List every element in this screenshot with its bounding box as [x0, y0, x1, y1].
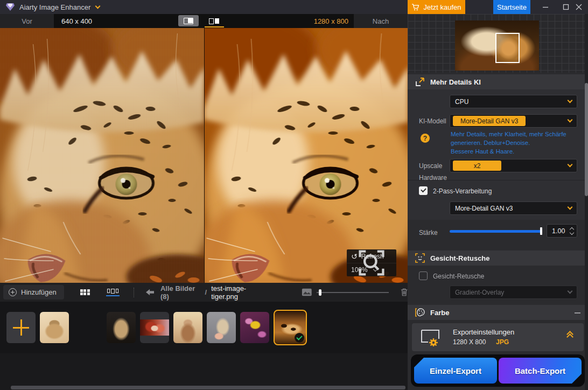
details-section-title: Mehr Details KI: [430, 78, 481, 86]
section-header-color: Farbe: [408, 305, 588, 320]
plus-circle-icon: [9, 288, 17, 296]
thumbnail-size-slider[interactable]: [317, 289, 389, 296]
filmstrip-view-button[interactable]: [107, 289, 118, 296]
single-export-button[interactable]: Einzel-Export: [414, 358, 497, 384]
side-by-side-view-button[interactable]: [204, 15, 225, 26]
model-label: KI-Modell: [419, 117, 446, 125]
color-section-title: Farbe: [430, 309, 449, 317]
grid-view-button[interactable]: [80, 289, 90, 296]
add-image-tile[interactable]: [6, 312, 36, 343]
selected-check-icon: [295, 333, 304, 343]
spinner-down-icon: [570, 230, 574, 234]
thumbnail-woman-redhead[interactable]: [140, 312, 169, 343]
strength-numbox[interactable]: 1.00: [547, 224, 577, 238]
minimize-button[interactable]: [536, 0, 555, 14]
before-image-panel[interactable]: [0, 28, 204, 283]
chevron-down-icon: [568, 205, 573, 210]
split-view-icon: [184, 18, 193, 24]
thumbnail-strip: [0, 302, 408, 353]
footer-toolbar: Hinzufügen Alle Bilder (8) / test-image-…: [0, 283, 408, 302]
upscale-dropdown[interactable]: x2: [450, 159, 577, 172]
two-pass-model-dropdown[interactable]: More-Detail GAN v3: [450, 201, 577, 215]
strength-slider-handle[interactable]: [540, 227, 542, 235]
title-bar: Aiarty Image Enhancer Jetzt kaufen Start…: [0, 0, 588, 14]
plus-icon: [13, 319, 29, 336]
thumbnail-handbag[interactable]: [40, 312, 69, 343]
cart-icon: [411, 4, 419, 11]
app-logo-icon: [5, 3, 15, 11]
after-image: [205, 28, 408, 283]
face-retouch-checkbox[interactable]: [419, 271, 428, 280]
thumbnail-woman-beach[interactable]: [173, 312, 202, 343]
help-icon[interactable]: ?: [421, 134, 430, 143]
horizontal-scrollbar[interactable]: [11, 386, 405, 389]
filmstrip-icon: [107, 289, 118, 294]
add-images-button[interactable]: Hinzufügen: [3, 285, 64, 300]
home-button[interactable]: Startseite: [493, 0, 530, 14]
collapse-up-icon[interactable]: [568, 332, 575, 342]
app-window: Aiarty Image Enhancer Jetzt kaufen Start…: [0, 0, 588, 390]
spinner-control[interactable]: [570, 228, 573, 234]
compare-viewer: ↺ Refresh 100%: [0, 28, 408, 283]
collapse-minus-icon[interactable]: [575, 312, 580, 314]
breadcrumb-all-images[interactable]: Alle Bilder (8): [160, 284, 201, 301]
thumbnail-size-icon: [302, 288, 312, 297]
slider-track: [317, 292, 389, 293]
tab-before-label: Vor: [22, 17, 32, 25]
breadcrumb-filename: test-image-tiger.png: [211, 284, 266, 301]
navigator-thumbnail: [455, 20, 539, 71]
buy-now-label: Jetzt kaufen: [423, 3, 461, 11]
tab-after-label: Nach: [373, 17, 389, 25]
two-pass-label: 2-Pass-Verarbeitung: [433, 187, 492, 195]
upscale-label: Upscale: [419, 162, 442, 170]
model-description-line2: generieren. Deblur+Denoise.: [451, 138, 566, 147]
batch-export-label: Batch-Export: [515, 366, 565, 375]
buy-now-button[interactable]: Jetzt kaufen: [408, 0, 465, 14]
face-retouch-label: Gesicht-Retusche: [433, 273, 484, 280]
strength-slider[interactable]: [450, 227, 542, 235]
face-retouch-icon: [415, 253, 425, 263]
view-mode-toggle-group: [178, 15, 225, 27]
face-preset-dropdown: Gradient-Overlay: [450, 285, 577, 299]
strength-label: Stärke: [419, 229, 438, 236]
strength-slider-track: [450, 230, 542, 233]
model-description-line3: Bessere Haut & Haare.: [451, 147, 566, 156]
side-by-side-icon: [209, 18, 220, 24]
export-format: JPG: [496, 338, 509, 346]
export-settings-icon: [421, 329, 442, 346]
after-size-text: 1280 x 800: [314, 14, 348, 28]
model-dropdown[interactable]: More-Detail GAN v3: [450, 114, 577, 128]
export-settings-panel[interactable]: Exporteinstellungen 1280 X 800 JPG: [412, 323, 584, 351]
tab-before[interactable]: Vor: [0, 14, 54, 28]
back-arrow-icon[interactable]: [146, 289, 154, 296]
split-view-button[interactable]: [178, 15, 199, 26]
sidebar-scrollbar-track[interactable]: [585, 14, 588, 390]
thumbnail-woman-brunette[interactable]: [73, 312, 102, 343]
thumbnail-woman-flower[interactable]: [207, 312, 236, 343]
hardware-dropdown[interactable]: CPU: [450, 95, 577, 108]
chevron-down-icon: [568, 162, 573, 168]
tab-after[interactable]: Nach: [354, 14, 408, 28]
letterboxed-image: [140, 319, 169, 336]
thumbnail-yellow-bird[interactable]: [240, 312, 269, 343]
sidebar-scrollbar-thumb[interactable]: [585, 83, 588, 196]
before-size-text: 640 x 400: [61, 14, 92, 28]
face-section-title: Gesicht-Retusche: [430, 254, 490, 262]
delete-icon[interactable]: [401, 288, 408, 297]
app-menu-chevron-icon[interactable]: [95, 4, 101, 9]
add-images-label: Hinzufügen: [21, 288, 57, 296]
preview-header-bar: Vor 640 x 400 1280 x 800 Nach: [0, 14, 408, 28]
after-image-panel[interactable]: ↺ Refresh 100%: [205, 28, 408, 283]
export-buttons-bar: Einzel-Export Batch-Export: [411, 354, 585, 387]
slider-handle[interactable]: [319, 289, 321, 296]
chevron-down-icon: [568, 117, 573, 123]
strength-value: 1.00: [552, 227, 565, 235]
thumbnail-woman-blonde[interactable]: [107, 312, 136, 343]
navigator-viewport-rect[interactable]: [495, 33, 520, 63]
close-button[interactable]: [570, 0, 588, 14]
batch-export-button[interactable]: Batch-Export: [499, 358, 582, 384]
face-preset-value: Gradient-Overlay: [455, 289, 504, 296]
two-pass-checkbox[interactable]: [419, 186, 428, 195]
zoom-level-control[interactable]: 100%: [347, 263, 396, 276]
thumbnail-tiger-selected[interactable]: [274, 310, 307, 345]
